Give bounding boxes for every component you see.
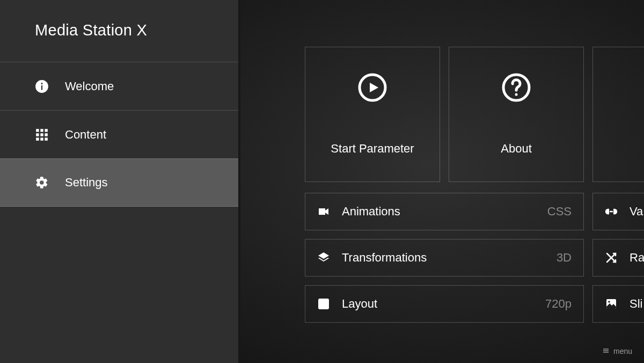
grid-icon: [317, 297, 330, 310]
svg-rect-3: [36, 129, 39, 132]
list-item-label: Sli: [630, 297, 644, 311]
svg-rect-15: [319, 299, 328, 309]
svg-rect-11: [45, 137, 47, 140]
tile-start-parameter[interactable]: Start Parameter: [305, 47, 440, 182]
list-item-value: CSS: [547, 205, 572, 219]
svg-rect-4: [40, 129, 43, 132]
list-item-label: Animations: [342, 205, 536, 219]
list-item-transformations[interactable]: Transformations 3D: [305, 239, 584, 277]
list-item-random[interactable]: Ra: [592, 239, 644, 277]
tile-partial[interactable]: V: [592, 47, 644, 182]
menu-hint-label: menu: [613, 347, 632, 355]
list-item-animations[interactable]: Animations CSS: [305, 193, 584, 230]
burger-icon: [603, 347, 609, 355]
sidebar-item-content[interactable]: Content: [0, 110, 238, 158]
sidebar-item-label: Welcome: [65, 79, 114, 93]
svg-point-2: [41, 83, 42, 84]
list-item-label: Transformations: [342, 251, 545, 265]
play-circle-icon: [358, 73, 387, 104]
svg-rect-5: [45, 129, 47, 132]
menu-hint[interactable]: menu: [603, 347, 632, 355]
svg-rect-6: [36, 133, 39, 136]
video-icon: [317, 205, 330, 218]
sidebar-item-label: Settings: [65, 176, 108, 190]
shuffle-icon: [605, 251, 618, 264]
help-circle-icon: [502, 73, 531, 104]
main-panel: Start Parameter About V: [240, 0, 644, 363]
svg-rect-1: [41, 85, 42, 90]
sidebar-item-label: Content: [65, 128, 106, 142]
svg-point-21: [608, 301, 610, 303]
tile-about[interactable]: About: [449, 47, 584, 182]
sidebar-item-settings[interactable]: Settings: [0, 158, 238, 207]
list-item-slideshow[interactable]: Sli: [592, 285, 644, 323]
svg-rect-9: [36, 137, 39, 140]
list-item-value: 3D: [557, 251, 572, 265]
svg-point-14: [515, 93, 518, 96]
gear-icon: [35, 176, 49, 190]
tiles-row: Start Parameter About V: [305, 47, 644, 182]
list-item-label: Layout: [342, 297, 533, 311]
svg-rect-7: [40, 133, 43, 136]
apps-icon: [35, 128, 49, 142]
layers-icon: [317, 251, 330, 264]
settings-list-right: Va Ra Sli: [592, 193, 644, 323]
settings-list: Animations CSS Transformations 3D: [305, 193, 584, 323]
list-item-layout[interactable]: Layout 720p: [305, 285, 584, 323]
link-icon: [605, 205, 618, 218]
svg-rect-8: [45, 133, 47, 136]
svg-rect-10: [40, 137, 43, 140]
tile-label: About: [501, 142, 532, 156]
sidebar-item-welcome[interactable]: Welcome: [0, 62, 238, 110]
image-icon: [605, 297, 618, 310]
info-icon: [35, 79, 49, 93]
sidebar: Media Station X Welcome Content Settings: [0, 0, 240, 363]
app-title: Media Station X: [0, 0, 238, 62]
list-item-value: 720p: [545, 297, 572, 311]
list-item-label: Va: [630, 205, 644, 219]
list-item-label: Ra: [630, 251, 644, 265]
tile-label: Start Parameter: [331, 142, 414, 156]
list-item-validate[interactable]: Va: [592, 193, 644, 230]
